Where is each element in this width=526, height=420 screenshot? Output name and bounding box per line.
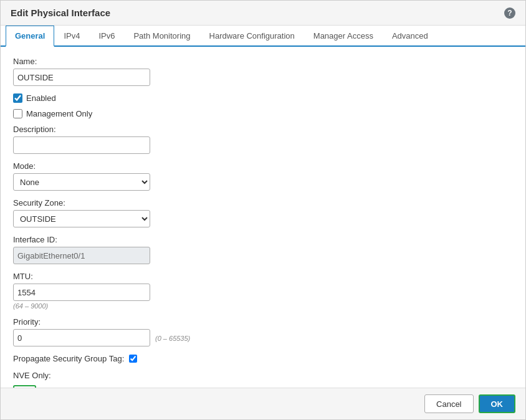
priority-hint: (0 – 65535) — [155, 335, 190, 342]
mode-label: Mode: — [13, 161, 513, 171]
mtu-label: MTU: — [13, 272, 513, 281]
enabled-checkbox[interactable] — [13, 93, 22, 103]
tab-ipv4[interactable]: IPv4 — [54, 26, 89, 47]
management-only-row: Management Only — [13, 109, 513, 118]
enabled-row: Enabled — [13, 93, 513, 103]
mtu-group: MTU: (64 – 9000) — [13, 272, 513, 310]
description-input[interactable] — [13, 136, 150, 154]
cancel-button[interactable]: Cancel — [424, 394, 473, 413]
name-group: Name: — [13, 57, 513, 86]
priority-group: Priority: (0 – 65535) — [13, 317, 513, 346]
interface-id-input — [13, 247, 150, 264]
mode-select[interactable]: None Passive Inline Tap — [13, 173, 150, 191]
mtu-input[interactable] — [13, 284, 150, 301]
dialog-title: Edit Physical Interface — [11, 7, 110, 18]
help-icon[interactable]: ? — [504, 7, 515, 19]
priority-input[interactable] — [13, 329, 150, 346]
propagate-row: Propagate Security Group Tag: — [13, 354, 513, 363]
tab-path-monitoring[interactable]: Path Monitoring — [124, 26, 199, 47]
tab-manager-access[interactable]: Manager Access — [304, 26, 383, 47]
enabled-label: Enabled — [26, 93, 56, 103]
name-input[interactable] — [13, 69, 150, 86]
tab-advanced[interactable]: Advanced — [383, 26, 438, 47]
mtu-hint: (64 – 9000) — [13, 302, 513, 310]
security-zone-label: Security Zone: — [13, 198, 513, 208]
management-only-checkbox[interactable] — [13, 109, 22, 118]
dialog-header: Edit Physical Interface ? — [1, 1, 525, 26]
dialog-footer: Cancel OK — [1, 388, 525, 419]
description-group: Description: — [13, 125, 513, 154]
nve-only-group: NVE Only: — [13, 371, 513, 388]
management-only-label: Management Only — [26, 109, 92, 118]
propagate-checkbox[interactable] — [129, 355, 137, 363]
nve-only-label: NVE Only: — [13, 371, 513, 380]
tab-general[interactable]: General — [6, 26, 54, 47]
propagate-label: Propagate Security Group Tag: — [13, 354, 124, 363]
name-label: Name: — [13, 57, 513, 66]
interface-id-label: Interface ID: — [13, 235, 513, 244]
mode-group: Mode: None Passive Inline Tap — [13, 161, 513, 191]
tab-ipv6[interactable]: IPv6 — [89, 26, 124, 47]
security-zone-select[interactable]: OUTSIDE — [13, 210, 150, 227]
form-content: Name: Enabled Management Only Descriptio… — [1, 47, 525, 388]
security-zone-group: Security Zone: OUTSIDE — [13, 198, 513, 227]
ok-button[interactable]: OK — [479, 394, 516, 413]
tab-hardware-configuration[interactable]: Hardware Configuration — [200, 26, 304, 47]
priority-label: Priority: — [13, 317, 513, 327]
description-label: Description: — [13, 125, 513, 134]
edit-physical-interface-dialog: Edit Physical Interface ? General IPv4 I… — [0, 0, 526, 420]
tab-bar: General IPv4 IPv6 Path Monitoring Hardwa… — [1, 26, 525, 47]
interface-id-group: Interface ID: — [13, 235, 513, 264]
